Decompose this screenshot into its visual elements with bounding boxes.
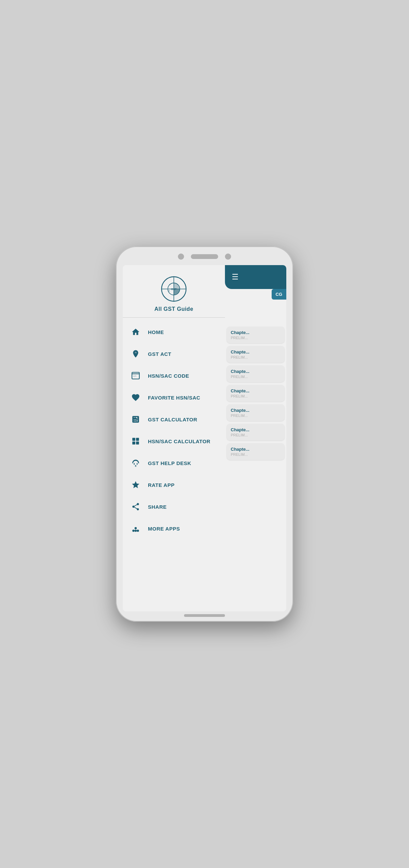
app-title: All GST Guide	[154, 306, 193, 312]
chapter-item-2[interactable]: Chapte... PRELIM...	[227, 346, 285, 363]
chapter-sub-2: PRELIM...	[231, 355, 281, 359]
svg-rect-13	[132, 438, 135, 441]
code-icon: </>	[130, 370, 142, 382]
chapter-item-3[interactable]: Chapte... PRELIM...	[227, 365, 285, 382]
chapter-title-3: Chapte...	[231, 369, 281, 374]
chapter-title-4: Chapte...	[231, 388, 281, 393]
chapter-sub-4: PRELIM...	[231, 394, 281, 398]
camera-left	[178, 254, 184, 260]
svg-rect-16	[136, 442, 139, 445]
cgt-tab[interactable]: CG	[272, 289, 287, 300]
menu-item-gst-help[interactable]: GST HELP DESK	[123, 452, 225, 474]
drawer-menu: GST + − × All GST Guide HOME % G	[123, 265, 225, 611]
camera-right	[225, 254, 231, 260]
menu-item-gst-calculator[interactable]: GST CALCULATOR	[123, 408, 225, 430]
share-icon	[130, 501, 142, 513]
menu-label-share: SHARE	[148, 504, 167, 510]
chapter-sub-1: PRELIM...	[231, 336, 281, 340]
phone-top-bar	[116, 246, 293, 267]
menu-item-favorite-hsn[interactable]: FAVORITE HSN/SAC	[123, 387, 225, 408]
chapter-title-6: Chapte...	[231, 427, 281, 432]
svg-point-18	[132, 530, 135, 532]
menu-item-gst-act[interactable]: % GST ACT	[123, 343, 225, 365]
chapter-sub-3: PRELIM...	[231, 375, 281, 379]
calculator-icon	[130, 413, 142, 425]
screen: GST + − × All GST Guide HOME % G	[123, 265, 286, 611]
chapter-item-4[interactable]: Chapte... PRELIM...	[227, 385, 285, 402]
chapter-sub-5: PRELIM...	[231, 414, 281, 418]
phone-bottom-bar	[184, 614, 225, 617]
chapter-sub-7: PRELIM...	[231, 452, 281, 457]
svg-text:GST: GST	[171, 288, 177, 291]
menu-item-share[interactable]: SHARE	[123, 496, 225, 518]
menu-label-hsn-calc: HSN/SAC CALCULATOR	[148, 438, 210, 444]
svg-text:−: −	[177, 283, 179, 286]
star-icon	[130, 479, 142, 491]
svg-point-17	[135, 465, 136, 466]
chapter-title-5: Chapte...	[231, 408, 281, 413]
content-panel: ☰ CG Chapte... PRELIM... Chapte... PRELI…	[225, 265, 286, 611]
chapter-title-2: Chapte...	[231, 349, 281, 355]
more-apps-icon	[130, 522, 142, 535]
menu-label-gst-calc: GST CALCULATOR	[148, 417, 197, 422]
menu-label-favorite-hsn: FAVORITE HSN/SAC	[148, 395, 200, 401]
svg-point-21	[135, 527, 137, 530]
chapter-item-6[interactable]: Chapte... PRELIM...	[227, 424, 285, 440]
menu-label-hsn-sac: HSN/SAC CODE	[148, 373, 189, 379]
menu-item-hsn-calculator[interactable]: HSN/SAC CALCULATOR	[123, 430, 225, 452]
svg-point-20	[137, 530, 139, 532]
chapter-item-7[interactable]: Chapte... PRELIM...	[227, 443, 285, 460]
svg-rect-15	[132, 442, 135, 445]
gst-act-icon: %	[130, 348, 142, 360]
menu-label-gst-act: GST ACT	[148, 351, 171, 357]
grid-calc-icon	[130, 435, 142, 447]
menu-label-gst-help: GST HELP DESK	[148, 460, 191, 466]
chapter-item-5[interactable]: Chapte... PRELIM...	[227, 404, 285, 421]
chapter-sub-6: PRELIM...	[231, 433, 281, 437]
chapter-list: Chapte... PRELIM... Chapte... PRELIM... …	[225, 327, 286, 611]
heart-icon	[130, 391, 142, 404]
phone-frame: GST + − × All GST Guide HOME % G	[116, 246, 293, 622]
menu-item-hsn-sac[interactable]: </> HSN/SAC CODE	[123, 365, 225, 387]
svg-text:</>: </>	[133, 375, 137, 377]
home-icon	[130, 326, 142, 338]
svg-point-19	[135, 530, 137, 532]
menu-item-home[interactable]: HOME	[123, 321, 225, 343]
app-logo: GST + − ×	[160, 275, 187, 303]
content-header: ☰	[225, 265, 286, 289]
menu-item-more-apps[interactable]: MORE APPS	[123, 518, 225, 539]
chapter-item-1[interactable]: Chapte... PRELIM...	[227, 327, 285, 343]
menu-label-home: HOME	[148, 329, 164, 335]
svg-rect-14	[136, 438, 139, 441]
svg-text:×: ×	[168, 289, 170, 292]
svg-text:%: %	[135, 351, 137, 353]
chapter-title-1: Chapte...	[231, 330, 281, 335]
speaker	[191, 254, 218, 259]
headset-icon	[130, 457, 142, 469]
chapter-title-7: Chapte...	[231, 447, 281, 452]
menu-label-rate-app: RATE APP	[148, 482, 175, 488]
drawer-header: GST + − × All GST Guide	[123, 265, 225, 318]
svg-text:+: +	[169, 283, 171, 286]
menu-item-rate-app[interactable]: RATE APP	[123, 474, 225, 496]
hamburger-button[interactable]: ☰	[230, 271, 240, 283]
menu-label-more-apps: MORE APPS	[148, 526, 180, 532]
